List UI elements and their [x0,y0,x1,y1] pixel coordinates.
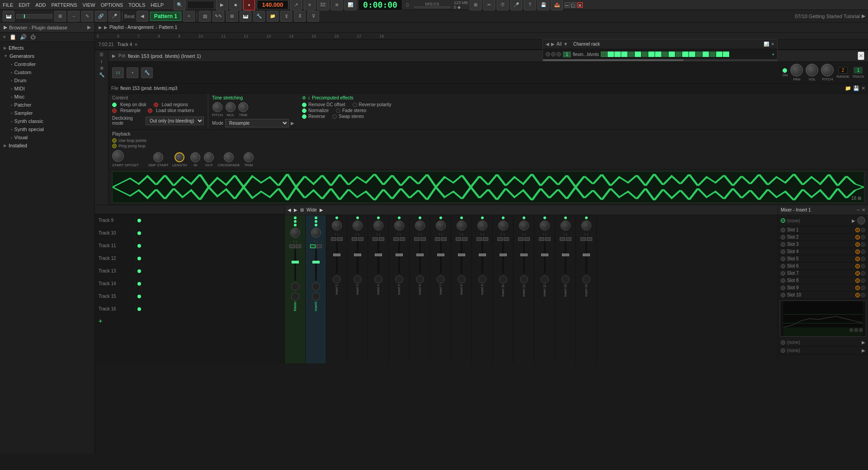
sampler-menu-icon[interactable]: ☰ [99,52,104,57]
sampler-node-icon[interactable]: ⊕ [100,66,104,70]
master-btn2[interactable] [296,244,301,248]
vol-knob[interactable] [806,64,818,76]
range-value[interactable]: 2 [839,67,848,74]
pattern-block-7[interactable] [642,52,648,57]
funnel-btn[interactable]: ⊻ [280,11,292,22]
slot4-btn2[interactable] [861,249,865,254]
sidebar-add[interactable]: + [3,34,6,40]
mixer-prev[interactable]: ◀ [288,207,291,212]
track16-blocks[interactable] [143,303,284,315]
pattern-block-11[interactable] [669,52,675,57]
menu-tools[interactable]: TOOLS [128,2,145,8]
slot5-btn1[interactable] [855,257,860,261]
pattern-button[interactable]: Pattern 1 [150,12,181,21]
track10-blocks[interactable] [143,227,284,239]
mixer-none-knob[interactable] [857,216,865,225]
piano2-btn[interactable]: 🎹 [240,11,251,22]
track11-blocks[interactable] [143,240,284,252]
slot8-btn1[interactable] [855,278,860,283]
ins1-btn1[interactable] [310,244,316,248]
mixer-btn[interactable]: ≡ [304,0,316,10]
snap-btn[interactable]: ⊞ [54,11,66,22]
sidebar-item-drum[interactable]: ▪ Drum [0,76,94,85]
menu-options[interactable]: OPTIONS [101,2,123,8]
pattern-block-5[interactable] [628,52,634,57]
cpu-btn[interactable]: ▶ [216,0,228,10]
mode-select[interactable]: Resample [225,119,289,127]
slot3-btn1[interactable] [855,242,860,247]
sampler-wrench-icon[interactable]: 🔧 [99,72,104,77]
sidebar-item-misc[interactable]: ▪ Misc [0,93,94,101]
trim-knob[interactable] [244,152,254,162]
slot6-btn1[interactable] [855,264,860,268]
mixer-none2-arrow[interactable]: ▶ [862,340,865,345]
export-btn[interactable]: 📤 [551,0,563,10]
ins2-fader[interactable] [333,254,340,256]
slot9-btn1[interactable] [855,286,860,290]
pattern-add[interactable]: + [183,11,195,22]
ch-rack-next[interactable]: ▶ [551,42,555,47]
record-btn[interactable]: ● [243,0,255,10]
ch-rack-scrollbar[interactable] [543,59,777,61]
edit2-btn[interactable]: ✎✎ [212,11,224,22]
pattern-block-12[interactable] [675,52,682,57]
slot1-btn2[interactable] [861,228,865,232]
reverse-polarity-checkbox[interactable] [353,103,357,107]
pattern-block-6[interactable] [635,52,641,57]
fade-stereo-checkbox[interactable] [336,108,340,113]
menu-patterns[interactable]: PATTERNS [52,2,77,8]
arrow-btn[interactable]: → [68,11,80,22]
pattern-block-9[interactable] [655,52,661,57]
pattern-block-4[interactable] [621,52,627,57]
file-close-btn[interactable]: ✕ [861,85,865,91]
ins1-fader[interactable] [312,261,320,263]
sidebar-item-controller[interactable]: ▪ Controller [0,60,94,68]
master-send[interactable] [291,282,299,291]
sidebar-arrow[interactable]: ▶ [4,24,7,30]
out-knob[interactable] [204,152,214,162]
plugin-close-btn[interactable]: ✕ [858,52,864,60]
track9-blocks[interactable] [143,214,284,226]
pattern-block-15[interactable] [696,52,702,57]
link-btn[interactable]: 🔗 [95,11,107,22]
reverse-checkbox[interactable] [302,114,307,119]
clock-btn[interactable]: ⏱ [497,0,509,10]
ch-green-btn[interactable] [557,52,561,56]
slot10-btn2[interactable] [861,293,865,297]
master-send2[interactable] [291,292,299,301]
help-btn[interactable]: ? [524,0,536,10]
progress-bar[interactable] [414,6,450,8]
bpm-display[interactable]: 140.000 [257,0,288,9]
pitch-knob[interactable] [821,64,834,76]
sidebar-item-synth-classic[interactable]: ▪ Synth classic [0,117,94,125]
ins1-knob[interactable] [311,228,321,238]
32t-btn[interactable]: 32: [317,0,329,10]
ts-time-knob[interactable] [238,102,248,112]
sidebar-refresh[interactable]: 📋 [9,34,16,40]
menu-help[interactable]: HELP [151,2,164,8]
mixer-panel-close[interactable]: ✕ [862,207,865,212]
piano-btn[interactable]: 🎹 [3,11,14,22]
sidebar-item-generators[interactable]: ▼ Generators [0,52,94,60]
slot3-btn2[interactable] [861,242,865,247]
wide-arrow[interactable]: ▶ [320,207,323,212]
menu-view[interactable]: VIEW [83,2,95,8]
ch-mute-btn[interactable] [546,52,550,56]
mixer-none-dropdown[interactable]: (none) ▶ [778,215,868,226]
declicking-select[interactable]: Out only (no bleeding) [146,117,204,125]
file-folder-btn[interactable]: 📁 [845,85,851,91]
tutorial-arrow[interactable]: ▶ [862,13,865,19]
ping-radio[interactable] [112,144,117,148]
slot2-btn1[interactable] [855,235,860,240]
track13-blocks[interactable] [143,265,284,277]
mixer-none3-arrow[interactable]: ▶ [862,348,865,353]
ins1-down-arrow[interactable]: ↓ [316,240,318,244]
sidebar-item-visual[interactable]: ▪ Visual [0,133,94,141]
channel-btn[interactable]: ⊞ [226,11,238,22]
ch-pattern-blocks[interactable] [601,52,768,57]
pattern-block-14[interactable] [689,52,695,57]
maximize-btn[interactable]: □ [571,2,576,8]
ins1-btn2[interactable] [316,244,322,248]
save-btn[interactable]: 💾 [538,0,549,10]
ch-rack-scroll-thumb[interactable] [543,59,684,61]
